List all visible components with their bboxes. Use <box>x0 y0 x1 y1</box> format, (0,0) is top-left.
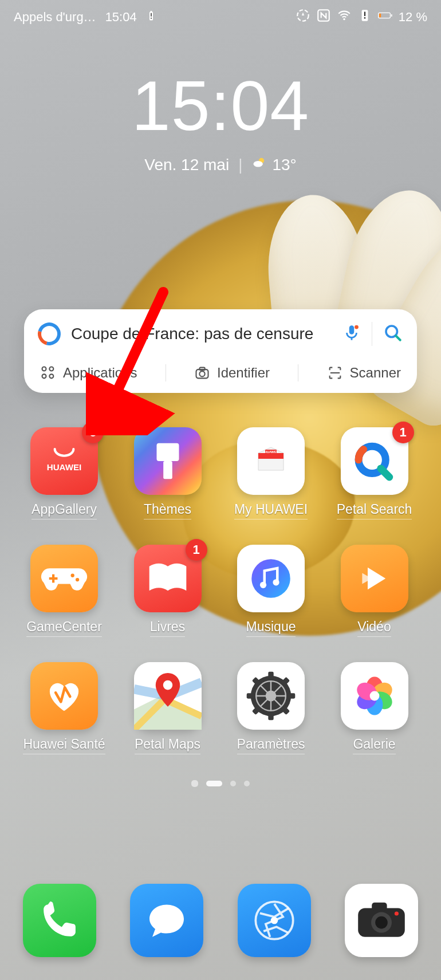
messages-icon <box>144 898 190 943</box>
data-saver-icon <box>296 8 310 26</box>
phone-icon <box>38 899 81 942</box>
app-music[interactable]: Musique <box>226 545 316 637</box>
nfc-icon <box>316 8 331 26</box>
search-scanner-shortcut[interactable]: Scanner <box>327 365 401 381</box>
weather-temp: 13° <box>272 156 296 174</box>
svg-rect-12 <box>391 14 392 17</box>
badge: 1 <box>392 422 414 443</box>
petal-logo-icon <box>34 318 65 350</box>
search-apps-shortcut[interactable]: Applications <box>40 365 137 381</box>
svg-point-38 <box>163 680 172 690</box>
battery-icon <box>378 8 393 26</box>
app-appgallery[interactable]: HUAWEI 6 AppGallery <box>19 427 109 519</box>
svg-point-34 <box>76 578 79 581</box>
svg-rect-41 <box>268 712 273 720</box>
appgallery-icon: HUAWEI <box>44 441 84 481</box>
app-label: Paramètres <box>237 737 305 754</box>
page-dot-home <box>191 780 198 787</box>
gamecenter-icon <box>40 561 88 596</box>
svg-rect-60 <box>372 903 387 911</box>
svg-point-3 <box>151 18 152 19</box>
music-icon <box>245 553 297 604</box>
camera-icon <box>194 365 210 381</box>
svg-point-33 <box>71 574 74 577</box>
svg-rect-1 <box>150 11 152 12</box>
sub-divider <box>166 364 166 381</box>
svg-rect-26 <box>156 443 179 461</box>
svg-point-6 <box>343 18 345 20</box>
app-themes[interactable]: Thèmes <box>123 427 212 519</box>
battery-alert-icon <box>146 10 156 25</box>
app-label: Galerie <box>353 737 395 754</box>
search-placeholder: Coupe de France: pas de censure <box>71 325 332 343</box>
app-myhuawei[interactable]: HUAWEI My HUAWEI <box>226 427 316 519</box>
svg-point-14 <box>254 161 263 167</box>
badge: 6 <box>82 422 104 443</box>
myhuawei-icon: HUAWEI <box>248 438 294 484</box>
svg-rect-11 <box>379 14 381 18</box>
weather-widget[interactable]: 13° <box>251 155 296 175</box>
page-dot-current <box>206 781 222 786</box>
search-scanner-label: Scanner <box>350 365 401 381</box>
weather-icon <box>251 155 267 175</box>
app-gallery[interactable]: Galerie <box>330 662 419 754</box>
search-widget: Coupe de France: pas de censure Applicat… <box>24 309 417 393</box>
svg-text:HUAWEI: HUAWEI <box>265 450 277 454</box>
dock-messages[interactable] <box>130 884 203 957</box>
status-bar: Appels d'urg… 15:04 12 % <box>0 0 441 34</box>
svg-rect-32 <box>49 577 58 580</box>
app-settings[interactable]: Paramètres <box>226 662 316 754</box>
date-divider: | <box>238 156 242 174</box>
svg-point-36 <box>260 582 266 588</box>
app-label: My HUAWEI <box>234 502 308 519</box>
svg-text:HUAWEI: HUAWEI <box>47 462 82 472</box>
svg-point-37 <box>273 579 279 585</box>
svg-rect-15 <box>349 325 355 334</box>
sub-divider <box>298 364 298 381</box>
svg-rect-42 <box>247 693 255 698</box>
app-petalsearch[interactable]: 1 Petal Search <box>330 427 419 519</box>
battery-pct: 12 % <box>399 10 427 25</box>
gallery-icon <box>351 672 399 720</box>
svg-rect-8 <box>364 12 365 17</box>
search-apps-label: Applications <box>63 365 137 381</box>
search-input-row[interactable]: Coupe de France: pas de censure <box>34 320 407 348</box>
svg-point-9 <box>364 17 366 19</box>
svg-point-16 <box>355 325 359 329</box>
svg-point-21 <box>49 374 53 378</box>
search-icon[interactable] <box>383 322 403 345</box>
app-label: Thèmes <box>144 502 191 519</box>
svg-point-35 <box>251 559 290 598</box>
petalmaps-icon <box>134 662 202 730</box>
svg-rect-43 <box>287 693 295 698</box>
clock-widget[interactable]: 15:04 Ven. 12 mai | 13° <box>0 71 441 175</box>
dock-phone[interactable] <box>23 884 96 957</box>
home-screen: Appels d'urg… 15:04 12 % 15:04 Ven. 12 m… <box>0 0 441 980</box>
app-label: Huawei Santé <box>23 737 105 754</box>
dock-camera[interactable] <box>345 884 418 957</box>
books-icon <box>145 561 190 596</box>
status-time: 15:04 <box>105 10 137 25</box>
page-indicator[interactable] <box>0 780 441 787</box>
app-video[interactable]: Vidéo <box>330 545 419 637</box>
app-books[interactable]: 1 Livres <box>123 545 212 637</box>
page-dot <box>244 781 250 786</box>
health-icon <box>41 673 87 719</box>
mic-icon[interactable] <box>342 323 361 345</box>
browser-icon <box>249 895 300 946</box>
wifi-icon <box>337 8 352 26</box>
app-health[interactable]: Huawei Santé <box>19 662 109 754</box>
app-petalmaps[interactable]: Petal Maps <box>123 662 212 754</box>
gear-icon <box>244 669 298 723</box>
app-label: Petal Search <box>337 502 412 519</box>
search-identify-shortcut[interactable]: Identifier <box>194 365 270 381</box>
svg-point-58 <box>270 917 278 924</box>
svg-point-20 <box>42 374 46 378</box>
app-grid: HUAWEI 6 AppGallery Thèmes HUAWEI My HUA… <box>0 427 441 754</box>
app-gamecenter[interactable]: GameCenter <box>19 545 109 637</box>
video-icon <box>354 558 395 599</box>
svg-point-23 <box>199 371 204 376</box>
dock-browser[interactable] <box>238 884 311 957</box>
clock-time: 15:04 <box>0 71 441 141</box>
search-divider <box>372 322 372 346</box>
